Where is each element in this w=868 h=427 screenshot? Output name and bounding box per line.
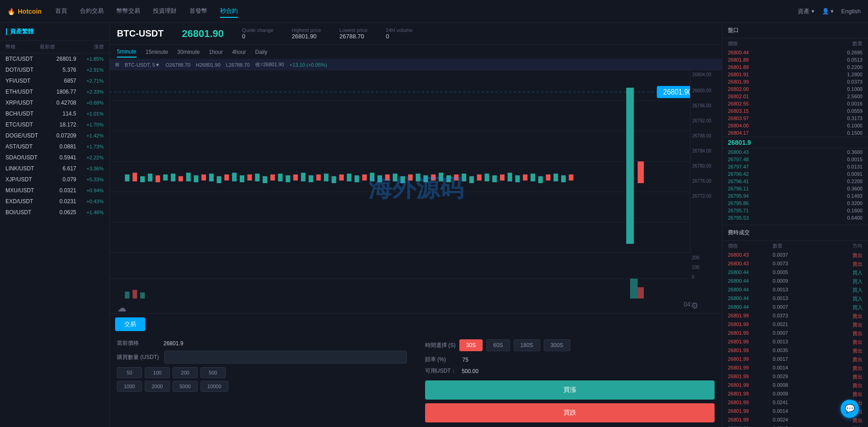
time-selector: 時間選擇 (S) 30S 60S 180S 300S xyxy=(425,339,715,351)
ob-sell-row[interactable]: 26804.000.1000 xyxy=(722,122,868,129)
vol-level-3: 0 xyxy=(692,274,720,279)
price-level-8: 26776.00 xyxy=(692,179,720,184)
ob-buy-row[interactable]: 26795.940.1493 xyxy=(722,192,868,200)
sidebar-row[interactable]: AST/USDT0.0881+1.73% xyxy=(0,141,109,152)
rt-dir: 賣出 xyxy=(818,391,863,398)
trading-body: 當前價格 26801.9 購買數量 (USDT) 50 100 200 500 xyxy=(110,335,722,427)
logo[interactable]: 🔥 Hotcoin xyxy=(7,8,42,15)
ob-sell-row[interactable]: 26802.000.1000 xyxy=(722,85,868,93)
ob-sell-row[interactable]: 26801.880.0513 xyxy=(722,56,868,63)
rt-dir: 賣出 xyxy=(818,339,863,346)
user-icon[interactable]: 👤 ▾ xyxy=(822,8,834,15)
time-tab-5m[interactable]: 5minute xyxy=(117,47,137,58)
quick-10000[interactable]: 10000 xyxy=(200,381,228,392)
sidebar-price: 26801.9 xyxy=(40,56,76,62)
time-opt-60s[interactable]: 60S xyxy=(486,339,510,351)
ob-buy-row[interactable]: 26795.860.3200 xyxy=(722,200,868,207)
time-tab-daily[interactable]: Daily xyxy=(255,47,268,57)
ob-sell-row[interactable]: 26804.170.1500 xyxy=(722,129,868,137)
buy-up-button[interactable]: 買漲 xyxy=(425,380,715,400)
sidebar-pair: BTC/USDT xyxy=(5,56,40,62)
quick-5000[interactable]: 5000 xyxy=(173,381,198,392)
rt-qty: 0.0037 xyxy=(773,252,817,259)
rt-price: 26800.44 xyxy=(728,295,773,302)
ob-sell-row[interactable]: 26802.550.0016 xyxy=(722,100,868,107)
sidebar-row[interactable]: LINK/USDT6.617+3.36% xyxy=(0,163,109,174)
time-tab-15m[interactable]: 15minute xyxy=(146,47,168,57)
svg-rect-49 xyxy=(447,175,451,182)
sidebar-row[interactable]: XJP/USDT0.079+5.33% xyxy=(0,174,109,185)
ob-buy-row[interactable]: 26800.430.3600 xyxy=(722,148,868,156)
ob-sell-row[interactable]: 26803.970.3173 xyxy=(722,115,868,122)
ob-buy-row[interactable]: 26795.530.6400 xyxy=(722,214,868,221)
ob-buy-row[interactable]: 26796.420.0091 xyxy=(722,170,868,178)
time-opt-180s[interactable]: 180S xyxy=(514,339,540,351)
svg-rect-26 xyxy=(270,174,275,180)
sidebar-row[interactable]: SDAO/USDT0.5941+2.22% xyxy=(0,152,109,163)
time-tab-30m[interactable]: 30minute xyxy=(177,47,200,57)
sidebar-title: 資產繁體 xyxy=(0,23,109,41)
price-level-7: 26780.00 xyxy=(692,163,720,169)
trading-symbol: BTC-USDT xyxy=(117,28,163,39)
sidebar-row[interactable]: ETC/USDT18.172+1.70% xyxy=(0,119,109,130)
assets-link[interactable]: 資產 ▾ xyxy=(798,7,815,16)
ob-buy-row[interactable]: 26797.470.0131 xyxy=(722,163,868,170)
sidebar-row[interactable]: XRP/USDT0.42708+0.68% xyxy=(0,97,109,108)
ob-sell-row[interactable]: 26800.440.2695 xyxy=(722,49,868,56)
nav-spot[interactable]: 幣幣交易 xyxy=(116,5,140,18)
time-tab-1h[interactable]: 1hour xyxy=(209,47,223,57)
svg-rect-21 xyxy=(232,173,237,181)
sidebar-price: 0.07209 xyxy=(40,132,76,139)
nav-seconds[interactable]: 秒合約 xyxy=(220,5,238,18)
ob-buy-row[interactable]: 26795.710.1600 xyxy=(722,207,868,214)
chat-bubble[interactable]: 💬 xyxy=(841,400,859,418)
sidebar-row[interactable]: DOGE/USDT0.07209+1.42% xyxy=(0,130,109,141)
ob-sell-row[interactable]: 26801.911.2800 xyxy=(722,71,868,78)
ob-sell-row[interactable]: 26801.990.0373 xyxy=(722,78,868,85)
buy-down-button[interactable]: 買跌 xyxy=(425,403,715,422)
quick-2000[interactable]: 2000 xyxy=(145,381,170,392)
volume-value: 0 xyxy=(386,33,413,40)
svg-rect-60 xyxy=(531,174,535,181)
buy-qty-input[interactable] xyxy=(164,351,407,364)
svg-rect-69 xyxy=(125,292,130,299)
ob-sell-price: 26803.15 xyxy=(728,108,795,114)
trading-tab[interactable]: 交易 xyxy=(115,317,145,331)
sidebar-row[interactable]: BCH/USDT114.5+1.01% xyxy=(0,108,109,119)
chart-expand-icon[interactable]: ⊞ xyxy=(115,62,119,68)
sidebar-row[interactable]: BTC/USDT26801.9+1.85% xyxy=(0,53,109,64)
quick-500[interactable]: 500 xyxy=(200,367,226,378)
svg-rect-11 xyxy=(156,175,160,182)
sidebar-row[interactable]: YFI/USDT6857+2.71% xyxy=(0,75,109,86)
quick-50[interactable]: 50 xyxy=(117,367,142,378)
quick-100[interactable]: 100 xyxy=(145,367,170,378)
sidebar-pair: MXU/USDT xyxy=(5,187,40,194)
nav-invest[interactable]: 投資理財 xyxy=(153,5,177,18)
ob-qty-col: 數量 xyxy=(795,40,863,47)
time-opt-300s[interactable]: 300S xyxy=(544,339,570,351)
sidebar-row[interactable]: BOI/USDT0.0625+1.46% xyxy=(0,207,109,218)
language-selector[interactable]: English xyxy=(841,8,861,15)
sidebar-row[interactable]: EXD/USDT0.0231+0.43% xyxy=(0,196,109,207)
ob-sell-row[interactable]: 26801.890.2200 xyxy=(722,63,868,71)
ob-buy-row[interactable]: 26796.110.3600 xyxy=(722,185,868,192)
ob-sell-row[interactable]: 26802.012.5600 xyxy=(722,93,868,100)
sidebar-row[interactable]: DOT/USDT5.376+2.91% xyxy=(0,64,109,75)
quick-200[interactable]: 200 xyxy=(173,367,198,378)
sidebar-change: +1.70% xyxy=(76,122,104,127)
top-nav: 🔥 Hotcoin 首頁 合約交易 幣幣交易 投資理財 首發幣 秒合約 資產 ▾… xyxy=(0,0,868,23)
ob-buy-row[interactable]: 26796.410.2200 xyxy=(722,178,868,185)
time-opt-30s[interactable]: 30S xyxy=(459,339,483,351)
sidebar-row[interactable]: ETH/USDT1806.77+2.33% xyxy=(0,86,109,97)
nav-contract[interactable]: 合約交易 xyxy=(80,5,104,18)
sidebar-price: 114.5 xyxy=(40,111,76,117)
nav-home[interactable]: 首頁 xyxy=(55,5,67,18)
nav-launch[interactable]: 首發幣 xyxy=(189,5,207,18)
ob-buy-row[interactable]: 26797.480.0015 xyxy=(722,156,868,163)
ob-sell-row[interactable]: 26803.150.0559 xyxy=(722,107,868,115)
quick-1000[interactable]: 1000 xyxy=(117,381,142,392)
chart-change: +13.10 (+0.05%) xyxy=(289,62,327,68)
sidebar-row[interactable]: MXU/USDT0.0321+0.94% xyxy=(0,185,109,196)
sidebar-change: +0.68% xyxy=(76,100,104,105)
time-tab-4h[interactable]: 4hour xyxy=(232,47,246,57)
